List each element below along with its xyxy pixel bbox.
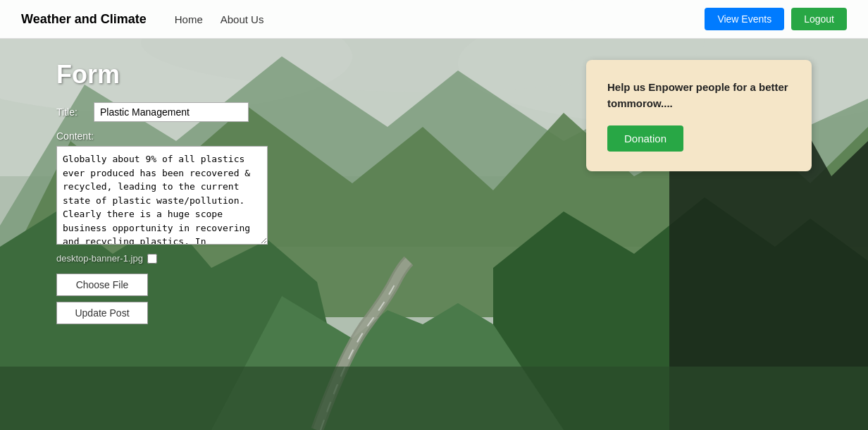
file-buttons: Choose File Update Post [56,274,352,324]
content-field-group: Content: Globally about 9% of all plasti… [56,130,352,247]
nav-about-us[interactable]: About Us [221,13,264,25]
main-content: Form Title: Content: Globally about 9% o… [0,39,868,430]
nav-home[interactable]: Home [175,13,203,25]
content-textarea[interactable]: Globally about 9% of all plastics ever p… [56,146,268,245]
file-checkbox[interactable] [147,254,157,264]
file-info-row: desktop-banner-1.jpg [56,253,352,264]
navbar-nav: Home About Us [175,13,705,25]
view-events-button[interactable]: View Events [705,8,784,30]
title-field-row: Title: [56,102,352,122]
form-heading: Form [56,60,352,90]
file-name-display: desktop-banner-1.jpg [56,253,143,264]
form-section: Form Title: Content: Globally about 9% o… [56,60,352,324]
content-label: Content: [56,130,352,142]
logout-button[interactable]: Logout [791,8,847,30]
update-post-button[interactable]: Update Post [56,302,148,324]
navbar-brand: Weather and Climate [21,12,147,27]
donation-card: Help us Enpower people for a better tomm… [586,60,812,171]
donation-card-text: Help us Enpower people for a better tomm… [607,80,790,111]
navbar: Weather and Climate Home About Us View E… [0,0,868,39]
title-input[interactable] [94,102,249,122]
navbar-actions: View Events Logout [705,8,847,30]
donation-button[interactable]: Donation [607,125,683,152]
choose-file-button[interactable]: Choose File [56,274,148,296]
title-label: Title: [56,106,88,118]
